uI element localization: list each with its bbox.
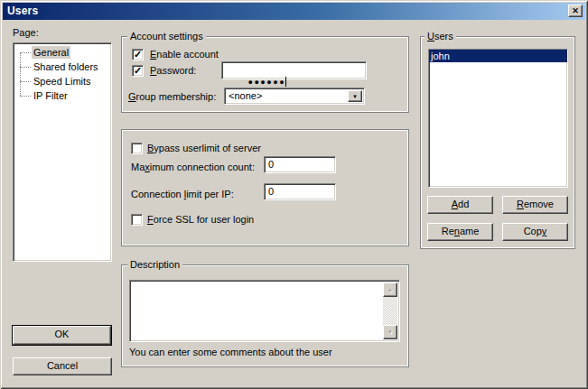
title-bar: Users ✕ (3, 3, 585, 20)
scroll-up-button[interactable]: ▲ (383, 282, 397, 297)
group-membership-value: <none> (229, 90, 262, 102)
enable-account-label[interactable]: Enable account (150, 49, 219, 60)
user-list-item[interactable]: john (429, 50, 567, 62)
maximum-connection-count-label: Maximum connection count: (131, 162, 255, 173)
text-cursor (285, 77, 286, 87)
tree-item-speed-limits[interactable]: Speed Limits (14, 74, 111, 88)
tree-item-ip-filter[interactable]: IP Filter (14, 88, 111, 103)
tree-branch-line (20, 81, 31, 82)
users-group-title: Users (425, 31, 456, 42)
connection-limit-per-ip-input[interactable]: 0 (264, 183, 336, 200)
scroll-track[interactable] (383, 297, 397, 325)
tree-item-general[interactable]: General (14, 45, 111, 60)
bypass-userlimit-label[interactable]: Bypass userlimit of server (147, 143, 261, 154)
group-membership-select[interactable]: <none> ▼ (224, 88, 365, 105)
add-button-label: Add (428, 197, 492, 212)
enable-account-checkbox[interactable]: ✓ (132, 49, 144, 60)
rename-button[interactable]: Rename (427, 223, 493, 241)
tree-branch-line (20, 96, 31, 97)
vertical-scrollbar[interactable]: ▲ ▼ (383, 282, 397, 339)
chevron-down-icon: ▼ (349, 91, 361, 103)
window-title: Users (7, 3, 38, 20)
password-label[interactable]: Password: (150, 65, 196, 77)
group-membership-label: Group membership: (128, 91, 216, 103)
description-group-title: Description (127, 259, 182, 271)
description-hint: You can enter some comments about the us… (129, 347, 332, 358)
password-input[interactable]: ●●●●●● (221, 61, 367, 79)
description-textarea[interactable]: ▲ ▼ (129, 280, 400, 342)
remove-button[interactable]: Remove (502, 196, 568, 214)
account-settings-group-title: Account settings (127, 31, 206, 42)
add-button[interactable]: Add (427, 196, 493, 214)
tree-item-shared-folders[interactable]: Shared folders (14, 60, 111, 74)
users-dialog: Users ✕ Page: General Shared folders Spe… (0, 0, 588, 389)
connection-limit-per-ip-value: 0 (268, 186, 274, 198)
users-listbox[interactable]: john (428, 49, 568, 188)
close-button[interactable]: ✕ (568, 5, 583, 17)
connection-limit-per-ip-label: Connection limit per IP: (131, 189, 234, 200)
checkmark-icon: ✓ (134, 65, 142, 77)
bypass-userlimit-checkbox[interactable] (131, 143, 143, 154)
page-label: Page: (13, 27, 39, 39)
password-checkbox[interactable]: ✓ (132, 65, 144, 77)
cancel-button-label: Cancel (14, 358, 111, 374)
copy-button[interactable]: Copy (502, 223, 568, 241)
close-icon: ✕ (569, 5, 582, 16)
connection-settings-group: Bypass userlimit of server Maximum conne… (121, 129, 409, 246)
maximum-connection-count-input[interactable]: 0 (264, 156, 336, 173)
rename-button-label: Rename (428, 224, 492, 239)
scroll-down-button[interactable]: ▼ (383, 325, 397, 339)
user-name: john (431, 51, 450, 61)
description-group: Description ▲ ▼ You can enter some comme… (121, 264, 409, 367)
password-masked-value: ●●●●●● (247, 78, 285, 87)
remove-button-label: Remove (503, 197, 567, 212)
scroll-up-icon: ▲ (384, 283, 397, 296)
cancel-button[interactable]: Cancel (13, 357, 112, 375)
checkmark-icon: ✓ (134, 49, 142, 60)
ok-button[interactable]: OK (12, 325, 112, 346)
combo-dropdown-button[interactable]: ▼ (348, 90, 362, 102)
force-ssl-label[interactable]: Force SSL for user login (147, 214, 254, 226)
ok-button-label: OK (14, 327, 110, 342)
scroll-down-icon: ▼ (384, 326, 397, 338)
tree-branch-line (20, 67, 31, 68)
tree-branch-line (20, 52, 31, 53)
force-ssl-checkbox[interactable] (131, 214, 143, 226)
maximum-connection-count-value: 0 (268, 159, 274, 171)
copy-button-label: Copy (503, 224, 567, 239)
account-settings-group: Account settings ✓ Enable account ✓ Pass… (121, 36, 409, 113)
page-tree[interactable]: General Shared folders Speed Limits IP F… (13, 42, 112, 262)
users-group: Users john Add Remove Rename Copy (420, 36, 575, 249)
